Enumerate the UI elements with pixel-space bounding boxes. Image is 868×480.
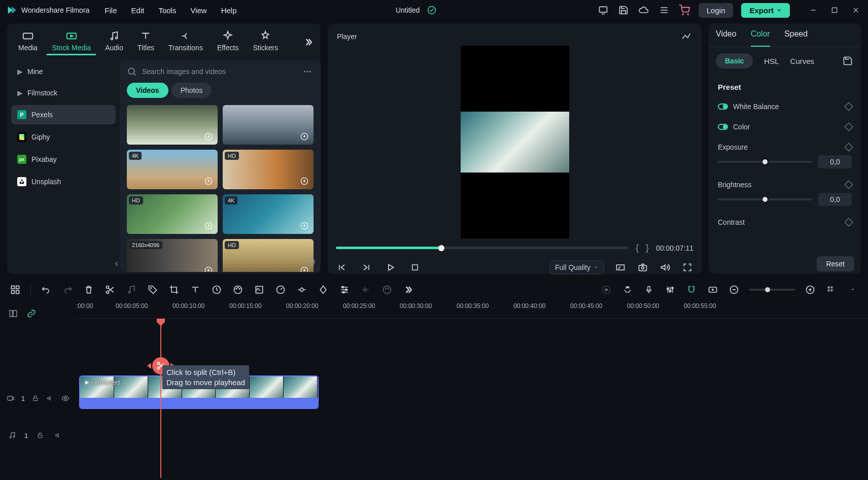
track-area[interactable]: unnamed Click to split (Ctrl+B) Drag to …: [76, 319, 868, 478]
mixer-icon[interactable]: [664, 284, 676, 296]
prev-frame-icon[interactable]: [336, 261, 348, 273]
mark-in-icon[interactable]: {: [636, 243, 639, 253]
zoom-in-icon[interactable]: [804, 284, 816, 296]
music-beat-icon[interactable]: [125, 284, 137, 296]
tab-speed[interactable]: Speed: [784, 29, 808, 47]
brightness-value[interactable]: 0,0: [818, 193, 852, 206]
search-input[interactable]: Search images and videos: [127, 66, 295, 77]
toggle-track-headers-icon[interactable]: [7, 307, 19, 320]
reset-button[interactable]: Reset: [817, 256, 854, 271]
ratio-icon[interactable]: [614, 261, 627, 273]
menu-tools[interactable]: Tools: [158, 6, 176, 15]
view-dropdown-icon[interactable]: [847, 284, 859, 296]
source-pexels[interactable]: PPexels: [11, 105, 116, 124]
menu-edit[interactable]: Edit: [131, 6, 145, 15]
source-pixabay[interactable]: pxPixabay: [11, 150, 116, 169]
window-minimize-icon[interactable]: [807, 4, 819, 16]
mark-out-icon[interactable]: }: [646, 243, 649, 253]
keyframe-icon[interactable]: [845, 143, 853, 152]
stock-thumb[interactable]: 4K: [127, 150, 218, 189]
add-track-icon[interactable]: [707, 284, 719, 296]
time-ruler[interactable]: :00:00 00:00:05:00 00:00:10:00 00:00:15:…: [76, 301, 868, 319]
audio-sync-icon[interactable]: [381, 284, 393, 296]
speed-icon[interactable]: [211, 284, 223, 296]
magnetic-icon[interactable]: [685, 284, 698, 296]
lock-icon[interactable]: [34, 429, 46, 441]
stock-thumb[interactable]: HD: [223, 150, 314, 189]
stock-thumb[interactable]: 2160x4096: [127, 239, 218, 272]
monitor-icon[interactable]: [597, 4, 609, 16]
color-toggle[interactable]: [718, 124, 728, 130]
adjust-icon[interactable]: [338, 284, 351, 296]
more-tools-icon[interactable]: [402, 284, 414, 296]
white-balance-toggle[interactable]: [718, 104, 728, 110]
stock-thumb[interactable]: [127, 105, 218, 145]
delete-icon[interactable]: [83, 284, 95, 296]
source-giphy[interactable]: Giphy: [11, 127, 116, 147]
mute-icon[interactable]: [46, 392, 55, 404]
menu-help[interactable]: Help: [221, 6, 237, 15]
audio-bars-icon[interactable]: [360, 284, 372, 296]
tab-media[interactable]: Media: [13, 28, 43, 55]
quality-dropdown[interactable]: Full Quality: [549, 260, 604, 275]
color-palette-icon[interactable]: [232, 284, 244, 296]
record-icon[interactable]: [600, 284, 612, 296]
zoom-slider[interactable]: [749, 289, 795, 291]
layout-grid-icon[interactable]: [9, 284, 21, 296]
fullscreen-icon[interactable]: [681, 261, 693, 273]
playhead[interactable]: [160, 319, 161, 478]
subtab-curves[interactable]: Curves: [790, 57, 815, 65]
keyframe-icon[interactable]: [845, 102, 853, 111]
download-icon[interactable]: [298, 220, 310, 232]
pill-photos[interactable]: Photos: [171, 83, 212, 98]
source-mine[interactable]: ▶Mine: [11, 62, 116, 81]
pill-videos[interactable]: Videos: [127, 83, 168, 98]
text-icon[interactable]: [189, 284, 201, 296]
step-forward-icon[interactable]: [360, 261, 372, 273]
info-icon[interactable]: [304, 256, 317, 268]
menu-file[interactable]: File: [105, 6, 117, 15]
snapshot-icon[interactable]: [637, 261, 649, 273]
list-icon[interactable]: [658, 4, 670, 16]
brightness-slider[interactable]: [718, 198, 812, 200]
window-close-icon[interactable]: [850, 4, 862, 16]
play-icon[interactable]: [385, 261, 397, 273]
download-icon[interactable]: [202, 264, 215, 272]
stock-thumb[interactable]: HD: [127, 194, 218, 234]
mask-icon[interactable]: [253, 284, 265, 296]
login-button[interactable]: Login: [699, 3, 734, 18]
tab-color[interactable]: Color: [751, 29, 770, 47]
tab-stickers[interactable]: Stickers: [248, 28, 283, 55]
keyframe-icon[interactable]: [845, 123, 853, 131]
keyframe-icon[interactable]: [845, 181, 853, 189]
undo-icon[interactable]: [40, 284, 52, 296]
exposure-slider[interactable]: [718, 161, 812, 163]
export-button[interactable]: Export: [741, 3, 790, 18]
tab-effects[interactable]: Effects: [212, 28, 244, 55]
window-maximize-icon[interactable]: [828, 4, 841, 16]
download-icon[interactable]: [202, 175, 215, 187]
subtab-basic[interactable]: Basic: [716, 53, 753, 68]
download-icon[interactable]: [298, 175, 310, 187]
link-icon[interactable]: [25, 307, 38, 320]
keyframe-tb-icon[interactable]: [296, 284, 308, 296]
stock-thumb[interactable]: HD: [223, 239, 314, 272]
menu-view[interactable]: View: [190, 6, 206, 15]
split-icon[interactable]: [104, 284, 116, 296]
player-viewport[interactable]: [328, 46, 702, 238]
exposure-value[interactable]: 0,0: [818, 155, 852, 168]
tab-audio[interactable]: Audio: [100, 28, 128, 55]
lock-icon[interactable]: [31, 392, 40, 404]
save-icon[interactable]: [617, 4, 630, 16]
stock-thumb[interactable]: 4K: [223, 194, 314, 234]
view-mode-icon[interactable]: [825, 284, 838, 296]
tab-titles[interactable]: Titles: [132, 28, 159, 55]
more-options-icon[interactable]: [301, 65, 314, 78]
tag-icon[interactable]: [147, 284, 159, 296]
download-icon[interactable]: [202, 130, 215, 143]
download-icon[interactable]: [298, 130, 310, 143]
save-preset-icon[interactable]: [842, 55, 854, 67]
mic-icon[interactable]: [643, 284, 655, 296]
scope-icon[interactable]: [680, 30, 692, 43]
redo-icon[interactable]: [61, 284, 74, 296]
